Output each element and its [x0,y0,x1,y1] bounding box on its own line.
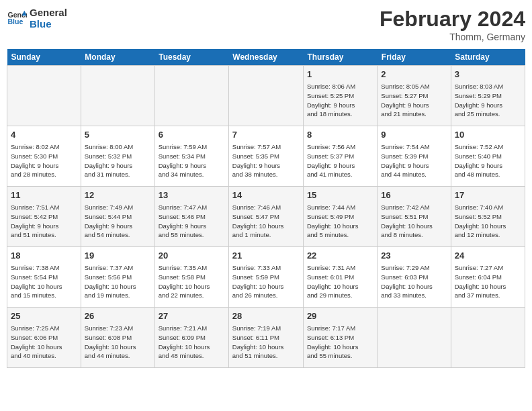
calendar-cell [7,66,81,126]
day-info: Sunrise: 7:33 AM Sunset: 5:59 PM Dayligh… [232,263,300,300]
location-subtitle: Thomm, Germany [380,32,525,42]
day-info: Sunrise: 7:25 AM Sunset: 6:06 PM Dayligh… [11,324,77,361]
day-header-saturday: Saturday [451,49,525,66]
day-info: Sunrise: 7:21 AM Sunset: 6:09 PM Dayligh… [159,324,225,361]
day-info: Sunrise: 7:35 AM Sunset: 5:58 PM Dayligh… [159,263,225,300]
day-info: Sunrise: 8:05 AM Sunset: 5:27 PM Dayligh… [381,82,447,119]
day-info: Sunrise: 7:27 AM Sunset: 6:04 PM Dayligh… [455,263,521,300]
day-info: Sunrise: 7:19 AM Sunset: 6:11 PM Dayligh… [232,324,300,361]
day-info: Sunrise: 7:51 AM Sunset: 5:42 PM Dayligh… [11,203,77,240]
day-number: 22 [307,250,373,262]
day-info: Sunrise: 7:38 AM Sunset: 5:54 PM Dayligh… [11,263,77,300]
calendar-cell: 23Sunrise: 7:29 AM Sunset: 6:03 PM Dayli… [378,247,451,308]
calendar-cell: 5Sunrise: 8:00 AM Sunset: 5:32 PM Daylig… [81,126,154,187]
day-info: Sunrise: 7:40 AM Sunset: 5:52 PM Dayligh… [455,203,521,240]
day-number: 13 [159,189,225,201]
day-header-friday: Friday [378,49,451,66]
day-info: Sunrise: 7:23 AM Sunset: 6:08 PM Dayligh… [85,324,151,361]
day-number: 16 [381,189,447,201]
day-number: 2 [381,68,447,81]
calendar-cell [81,66,154,126]
calendar-cell: 11Sunrise: 7:51 AM Sunset: 5:42 PM Dayli… [7,187,81,247]
calendar-cell: 28Sunrise: 7:19 AM Sunset: 6:11 PM Dayli… [228,308,303,368]
day-info: Sunrise: 7:54 AM Sunset: 5:39 PM Dayligh… [381,142,447,179]
page-header: General Blue General Blue February 2024 … [7,7,525,42]
day-number: 1 [307,68,373,81]
day-header-monday: Monday [81,49,154,66]
day-number: 11 [11,189,77,201]
day-number: 24 [455,250,521,262]
title-area: February 2024 Thomm, Germany [380,7,525,42]
day-number: 14 [232,189,300,201]
day-number: 5 [85,129,151,141]
day-number: 7 [232,129,300,141]
day-header-tuesday: Tuesday [154,49,228,66]
day-info: Sunrise: 7:56 AM Sunset: 5:37 PM Dayligh… [307,142,373,179]
logo: General Blue General Blue [7,7,67,30]
day-info: Sunrise: 7:42 AM Sunset: 5:51 PM Dayligh… [381,203,447,240]
calendar-cell: 16Sunrise: 7:42 AM Sunset: 5:51 PM Dayli… [378,187,451,247]
svg-text:Blue: Blue [8,17,24,26]
day-number: 6 [159,129,225,141]
calendar-cell [228,66,303,126]
calendar-cell: 15Sunrise: 7:44 AM Sunset: 5:49 PM Dayli… [303,187,377,247]
day-info: Sunrise: 7:17 AM Sunset: 6:13 PM Dayligh… [307,324,373,361]
day-header-wednesday: Wednesday [228,49,303,66]
calendar-cell: 2Sunrise: 8:05 AM Sunset: 5:27 PM Daylig… [378,66,451,126]
day-info: Sunrise: 7:52 AM Sunset: 5:40 PM Dayligh… [455,142,521,179]
day-number: 10 [455,129,521,141]
calendar-cell: 22Sunrise: 7:31 AM Sunset: 6:01 PM Dayli… [303,247,377,308]
calendar-week-row: 4Sunrise: 8:02 AM Sunset: 5:30 PM Daylig… [7,126,525,187]
calendar-table: SundayMondayTuesdayWednesdayThursdayFrid… [7,49,525,368]
logo-icon: General Blue [7,8,27,28]
day-info: Sunrise: 7:49 AM Sunset: 5:44 PM Dayligh… [85,203,151,240]
calendar-cell: 1Sunrise: 8:06 AM Sunset: 5:25 PM Daylig… [303,66,377,126]
day-info: Sunrise: 7:57 AM Sunset: 5:35 PM Dayligh… [232,142,300,179]
day-info: Sunrise: 8:00 AM Sunset: 5:32 PM Dayligh… [85,142,151,179]
calendar-cell [378,308,451,368]
calendar-cell: 19Sunrise: 7:37 AM Sunset: 5:56 PM Dayli… [81,247,154,308]
day-number: 26 [85,310,151,322]
logo-line2: Blue [30,18,67,30]
day-number: 29 [307,310,373,322]
calendar-cell: 12Sunrise: 7:49 AM Sunset: 5:44 PM Dayli… [81,187,154,247]
calendar-week-row: 11Sunrise: 7:51 AM Sunset: 5:42 PM Dayli… [7,187,525,247]
calendar-cell: 8Sunrise: 7:56 AM Sunset: 5:37 PM Daylig… [303,126,377,187]
calendar-cell: 27Sunrise: 7:21 AM Sunset: 6:09 PM Dayli… [154,308,228,368]
day-number: 17 [455,189,521,201]
day-info: Sunrise: 7:31 AM Sunset: 6:01 PM Dayligh… [307,263,373,300]
calendar-cell [154,66,228,126]
logo-line1: General [30,7,67,18]
day-info: Sunrise: 8:06 AM Sunset: 5:25 PM Dayligh… [307,82,373,119]
day-number: 21 [232,250,300,262]
day-number: 3 [455,68,521,81]
day-info: Sunrise: 8:03 AM Sunset: 5:29 PM Dayligh… [455,82,521,119]
day-info: Sunrise: 7:46 AM Sunset: 5:47 PM Dayligh… [232,203,300,240]
calendar-cell: 7Sunrise: 7:57 AM Sunset: 5:35 PM Daylig… [228,126,303,187]
day-info: Sunrise: 7:37 AM Sunset: 5:56 PM Dayligh… [85,263,151,300]
calendar-cell: 14Sunrise: 7:46 AM Sunset: 5:47 PM Dayli… [228,187,303,247]
day-number: 4 [11,129,77,141]
day-info: Sunrise: 8:02 AM Sunset: 5:30 PM Dayligh… [11,142,77,179]
day-number: 18 [11,250,77,262]
day-number: 28 [232,310,300,322]
day-info: Sunrise: 7:59 AM Sunset: 5:34 PM Dayligh… [159,142,225,179]
day-number: 9 [381,129,447,141]
month-title: February 2024 [380,7,525,32]
calendar-cell: 13Sunrise: 7:47 AM Sunset: 5:46 PM Dayli… [154,187,228,247]
calendar-cell [451,308,525,368]
calendar-cell: 17Sunrise: 7:40 AM Sunset: 5:52 PM Dayli… [451,187,525,247]
calendar-cell: 29Sunrise: 7:17 AM Sunset: 6:13 PM Dayli… [303,308,377,368]
calendar-week-row: 1Sunrise: 8:06 AM Sunset: 5:25 PM Daylig… [7,66,525,126]
day-number: 23 [381,250,447,262]
day-number: 19 [85,250,151,262]
calendar-cell: 26Sunrise: 7:23 AM Sunset: 6:08 PM Dayli… [81,308,154,368]
day-number: 25 [11,310,77,322]
calendar-cell: 25Sunrise: 7:25 AM Sunset: 6:06 PM Dayli… [7,308,81,368]
calendar-header-row: SundayMondayTuesdayWednesdayThursdayFrid… [7,49,525,66]
day-header-thursday: Thursday [303,49,377,66]
day-info: Sunrise: 7:29 AM Sunset: 6:03 PM Dayligh… [381,263,447,300]
calendar-cell: 24Sunrise: 7:27 AM Sunset: 6:04 PM Dayli… [451,247,525,308]
calendar-cell: 18Sunrise: 7:38 AM Sunset: 5:54 PM Dayli… [7,247,81,308]
calendar-cell: 9Sunrise: 7:54 AM Sunset: 5:39 PM Daylig… [378,126,451,187]
